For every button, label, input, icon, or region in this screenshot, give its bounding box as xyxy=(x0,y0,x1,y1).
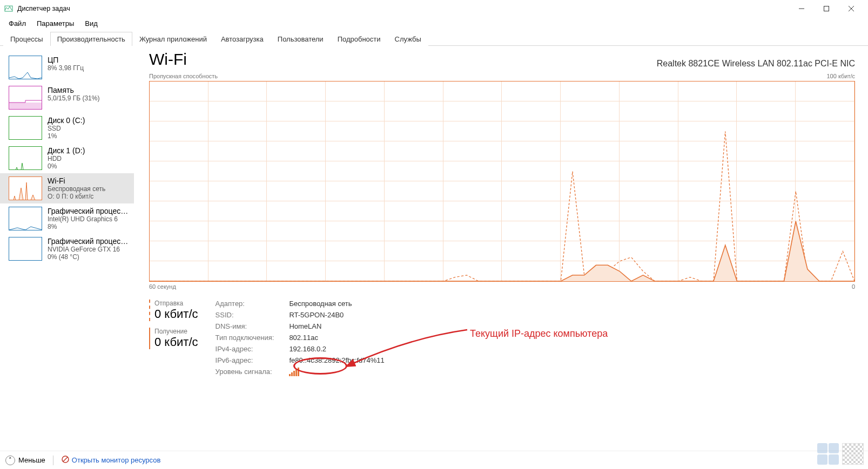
ipv4-key: IPv4-адрес: xyxy=(216,345,274,353)
disk1-sub: HDD xyxy=(48,155,130,162)
tab-app-history[interactable]: Журнал приложений xyxy=(132,32,214,46)
watermark-qr-icon xyxy=(842,443,864,465)
thumb-cpu xyxy=(9,56,42,79)
send-block: Отправка 0 кбит/с xyxy=(149,300,198,321)
window-title: Диспетчер задач xyxy=(17,5,789,12)
ssid-val: RT-5GPON-24B0 xyxy=(289,311,384,319)
chart-bottom-labels: 60 секунд 0 xyxy=(149,283,855,290)
window-controls xyxy=(789,0,864,17)
recv-label: Получение xyxy=(154,328,198,335)
send-value: 0 кбит/с xyxy=(154,307,198,321)
adapter-key: Адаптер: xyxy=(216,300,274,308)
disk0-sub2: 1% xyxy=(48,132,130,140)
cpu-title: ЦП xyxy=(48,56,130,64)
gpu0-title: Графический процессор 0 xyxy=(48,207,130,215)
thumb-gpu1 xyxy=(9,237,42,261)
page-title: Wi-Fi xyxy=(149,50,187,69)
throughput-group: Отправка 0 кбит/с Получение 0 кбит/с xyxy=(149,300,198,378)
chart-top-labels: Пропускная способность 100 кбит/с xyxy=(149,73,855,79)
annotation-arrow-icon xyxy=(346,322,470,370)
footer-divider xyxy=(53,456,53,465)
svg-rect-2 xyxy=(824,6,829,11)
menu-file[interactable]: Файл xyxy=(4,18,30,29)
memory-title: Память xyxy=(48,86,130,94)
gpu1-sub: NVIDIA GeForce GTX 16 xyxy=(48,246,130,253)
sidebar-item-gpu1[interactable]: Графический процессор 1NVIDIA GeForce GT… xyxy=(0,234,134,264)
sidebar-item-memory[interactable]: Память5,0/15,9 ГБ (31%) xyxy=(0,83,134,113)
sidebar-item-disk0[interactable]: Диск 0 (C:)SSD1% xyxy=(0,113,134,143)
thumb-gpu0 xyxy=(9,207,42,230)
wifi-title: Wi-Fi xyxy=(48,176,130,185)
menu-options[interactable]: Параметры xyxy=(32,18,78,29)
sidebar: ЦП8% 3,98 ГГц Память5,0/15,9 ГБ (31%) Ди… xyxy=(0,46,134,449)
footer: ˄ Меньше Открыть монитор ресурсов xyxy=(0,451,868,469)
thumb-memory xyxy=(9,86,42,110)
tab-performance[interactable]: Производительность xyxy=(50,32,132,46)
main-panel: Wi-Fi Realtek 8821CE Wireless LAN 802.11… xyxy=(134,46,868,449)
svg-rect-5 xyxy=(9,103,42,109)
tab-processes[interactable]: Процессы xyxy=(3,32,50,46)
sidebar-item-cpu[interactable]: ЦП8% 3,98 ГГц xyxy=(0,52,134,83)
maximize-button[interactable] xyxy=(814,0,839,17)
watermark-logo-icon xyxy=(817,443,839,465)
send-label: Отправка xyxy=(154,300,198,307)
disk0-sub: SSD xyxy=(48,125,130,132)
minimize-button[interactable] xyxy=(789,0,814,17)
watermark xyxy=(817,443,864,465)
app-icon xyxy=(4,4,13,13)
main-header: Wi-Fi Realtek 8821CE Wireless LAN 802.11… xyxy=(149,50,855,69)
disk1-title: Диск 1 (D:) xyxy=(48,146,130,155)
gpu0-sub: Intel(R) UHD Graphics 6 xyxy=(48,215,130,223)
gpu1-title: Графический процессор 1 xyxy=(48,237,130,246)
titlebar: Диспетчер задач xyxy=(0,0,868,17)
wifi-sub: Беспроводная сеть xyxy=(48,185,130,193)
content: ЦП8% 3,98 ГГц Память5,0/15,9 ГБ (31%) Ди… xyxy=(0,46,868,449)
sidebar-item-disk1[interactable]: Диск 1 (D:)HDD0% xyxy=(0,143,134,173)
thumb-wifi xyxy=(9,176,42,200)
collapse-label: Меньше xyxy=(18,456,45,464)
annotation-circle xyxy=(293,357,347,375)
tab-startup[interactable]: Автозагрузка xyxy=(214,32,271,46)
tab-strip: Процессы Производительность Журнал прило… xyxy=(0,32,868,46)
close-button[interactable] xyxy=(839,0,864,17)
open-resmon-link[interactable]: Открыть монитор ресурсов xyxy=(61,455,160,465)
annotation-text: Текущий IP-адрес компьютера xyxy=(470,328,608,339)
menubar: Файл Параметры Вид xyxy=(0,17,868,32)
ssid-key: SSID: xyxy=(216,311,274,319)
adapter-val: Беспроводная сеть xyxy=(289,300,384,308)
adapter-name: Realtek 8821CE Wireless LAN 802.11ac PCI… xyxy=(657,59,855,69)
ipv6-key: IPv6-адрес: xyxy=(216,356,274,364)
dns-key: DNS-имя: xyxy=(216,322,274,330)
wifi-sub2: О: 0 П: 0 кбит/с xyxy=(48,193,130,200)
svg-line-7 xyxy=(63,457,68,461)
recv-block: Получение 0 кбит/с xyxy=(149,328,198,349)
gpu0-sub2: 8% xyxy=(48,223,130,230)
chart-svg xyxy=(150,81,854,281)
tab-users[interactable]: Пользователи xyxy=(271,32,331,46)
recv-value: 0 кбит/с xyxy=(154,335,198,349)
disk1-sub2: 0% xyxy=(48,162,130,170)
disk0-title: Диск 0 (C:) xyxy=(48,116,130,125)
gpu1-sub2: 0% (48 °C) xyxy=(48,253,130,261)
collapse-button[interactable]: ˄ Меньше xyxy=(5,456,45,465)
chevron-up-icon: ˄ xyxy=(5,456,15,465)
chart-xleft: 60 секунд xyxy=(149,283,176,290)
thumb-disk0 xyxy=(9,116,42,140)
thumb-disk1 xyxy=(9,146,42,170)
menu-view[interactable]: Вид xyxy=(80,18,102,29)
chart-scale: 100 кбит/с xyxy=(826,73,855,79)
signal-key: Уровень сигнала: xyxy=(216,368,274,378)
conn-key: Тип подключения: xyxy=(216,334,274,342)
resmon-icon xyxy=(61,455,70,465)
cpu-sub: 8% 3,98 ГГц xyxy=(48,64,130,72)
chart-xright: 0 xyxy=(852,283,855,290)
resmon-label: Открыть монитор ресурсов xyxy=(72,456,160,464)
tab-services[interactable]: Службы xyxy=(388,32,428,46)
throughput-chart xyxy=(149,81,855,282)
chart-caption: Пропускная способность xyxy=(149,73,218,79)
tab-details[interactable]: Подробности xyxy=(331,32,388,46)
sidebar-item-wifi[interactable]: Wi-FiБеспроводная сетьО: 0 П: 0 кбит/с xyxy=(0,173,134,203)
sidebar-item-gpu0[interactable]: Графический процессор 0Intel(R) UHD Grap… xyxy=(0,203,134,234)
memory-sub: 5,0/15,9 ГБ (31%) xyxy=(48,94,130,102)
